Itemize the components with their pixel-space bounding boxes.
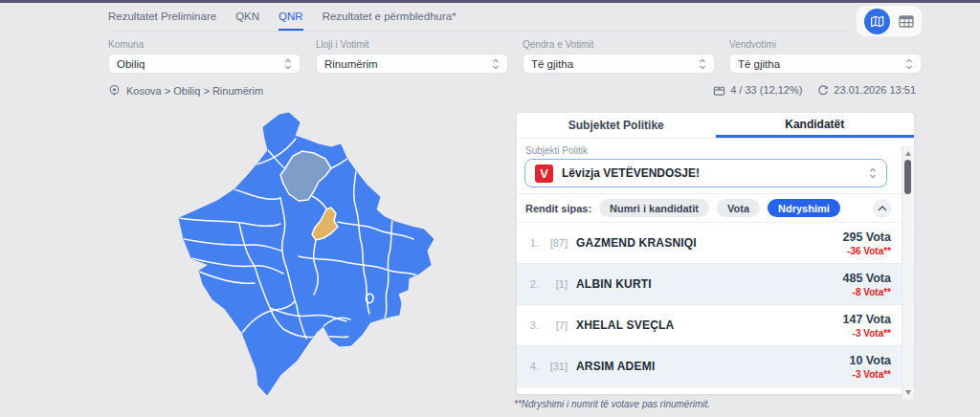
table-view-button[interactable]	[899, 15, 914, 28]
map-icon	[870, 15, 884, 28]
sort-option-numri[interactable]: Numri i kandidatit	[599, 199, 709, 217]
candidate-vote-change: -36 Vota**	[843, 246, 892, 256]
candidate-vote-change: -8 Vota**	[843, 287, 892, 297]
candidate-list: 1. [87] GAZMEND KRASNIQI 295 Vota -36 Vo…	[517, 222, 914, 387]
candidate-number: [7]	[542, 319, 568, 331]
candidate-number: [31]	[542, 361, 568, 372]
tab-rezultatet-preliminare[interactable]: Rezultatet Preliminare	[108, 11, 216, 31]
breadcrumb-text: Kosova > Obiliq > Rinumërim	[126, 85, 263, 97]
view-toggles	[857, 6, 922, 36]
filter-lloji-votimit: Lloji i Votimit Rinumërim	[316, 39, 508, 74]
filter-vendvotimi-label: Vendvotimi	[729, 39, 922, 50]
updated-value: 23.01.2026 13:51	[834, 84, 916, 96]
sort-option-ndryshimi[interactable]: Ndryshimi	[768, 199, 840, 217]
map-view-button[interactable]	[864, 9, 890, 34]
subject-label: Subjekti Politik	[525, 145, 914, 156]
counted-value: 4 / 33 (12,12%)	[730, 84, 802, 96]
tab-kandidatet[interactable]: Kandidatët	[716, 113, 915, 138]
candidate-name: ALBIN KURTI	[576, 277, 652, 291]
filter-komuna: Komuna Obiliq	[108, 39, 301, 74]
candidate-number: [87]	[542, 237, 568, 249]
filter-lloji-select[interactable]: Rinumërim	[316, 54, 508, 74]
filter-qendra-label: Qendra e Votimit	[523, 39, 715, 50]
filter-komuna-select[interactable]: Obiliq	[108, 54, 301, 74]
footnote: **Ndryshimi i numrit të votave pas rinum…	[514, 399, 710, 409]
panel-tabs: Subjektet Politike Kandidatët	[517, 113, 914, 139]
updown-chevron-icon	[869, 166, 877, 180]
filter-komuna-label: Komuna	[108, 39, 301, 50]
panel-scrollbar[interactable]	[902, 146, 913, 400]
party-logo: V	[535, 165, 553, 183]
candidate-row[interactable]: 3. [7] XHELAL SVEÇLA 147 Vota -3 Vota**	[517, 305, 914, 346]
kosovo-map[interactable]	[144, 105, 517, 417]
candidate-name: ARSIM ADEMI	[576, 360, 655, 373]
candidate-vote-change: -3 Vota**	[849, 369, 891, 380]
updown-chevron-icon	[284, 57, 292, 71]
filter-lloji-value: Rinumërim	[324, 58, 378, 70]
candidate-name: XHELAL SVEÇLA	[576, 318, 674, 332]
tab-qnr[interactable]: QNR	[278, 11, 303, 31]
candidate-name: GAZMEND KRASNIQI	[576, 236, 697, 250]
updown-chevron-icon	[905, 57, 913, 71]
filter-lloji-label: Lloji i Votimit	[316, 39, 508, 50]
table-icon	[899, 15, 914, 28]
candidate-votes: 147 Vota	[843, 313, 892, 326]
candidate-votes: 485 Vota	[843, 272, 892, 285]
updown-chevron-icon	[492, 57, 500, 71]
filter-qendra-select[interactable]: Të gjitha	[523, 54, 715, 74]
tab-subjektet-politike[interactable]: Subjektet Politike	[517, 113, 716, 138]
filter-vendvotimi: Vendvotimi Të gjitha	[729, 39, 922, 74]
candidate-rank: 3.	[525, 319, 539, 331]
candidate-votes: 10 Vota	[849, 354, 891, 367]
sort-label: Rendit sipas:	[525, 203, 591, 214]
main-tabbar: Rezultatet Preliminare QKN QNR Rezultate…	[108, 11, 851, 32]
candidate-rank: 1.	[525, 237, 539, 249]
breadcrumb: Kosova > Obiliq > Rinumërim	[108, 84, 263, 97]
ballot-box-icon	[713, 84, 725, 96]
results-panel: Subjektet Politike Kandidatët Subjekti P…	[517, 113, 914, 394]
scroll-down-arrow-icon[interactable]	[905, 390, 911, 395]
scroll-up-arrow-icon[interactable]	[905, 151, 911, 156]
candidate-votes: 295 Vota	[843, 230, 892, 244]
sort-row: Rendit sipas: Numri i kandidatit Vota Nd…	[517, 193, 914, 222]
refresh-icon[interactable]	[817, 84, 829, 96]
tab-rezultatet-e-permbledhura[interactable]: Rezultatet e përmbledhura*	[323, 11, 457, 31]
subject-select[interactable]: V Lëvizja VETËVENDOSJE!	[524, 159, 887, 187]
subject-value: Lëvizja VETËVENDOSJE!	[562, 166, 700, 180]
candidate-vote-change: -3 Vota**	[843, 328, 892, 339]
tab-qkn[interactable]: QKN	[235, 11, 259, 31]
status-stats: 4 / 33 (12,12%) 23.01.2026 13:51	[713, 84, 916, 96]
updated-stat: 23.01.2026 13:51	[817, 84, 916, 96]
updown-chevron-icon	[699, 57, 706, 71]
candidate-row[interactable]: 4. [31] ARSIM ADEMI 10 Vota -3 Vota**	[517, 346, 914, 387]
scrollbar-thumb[interactable]	[904, 160, 911, 194]
filter-komuna-value: Obiliq	[117, 58, 145, 70]
filter-vendvotimi-select[interactable]: Të gjitha	[729, 54, 922, 74]
collapse-button[interactable]	[873, 199, 892, 218]
candidate-rank: 2.	[525, 278, 539, 290]
counted-stat: 4 / 33 (12,12%)	[713, 84, 802, 96]
candidate-row[interactable]: 2. [1] ALBIN KURTI 485 Vota -8 Vota**	[517, 264, 914, 305]
sort-option-vota[interactable]: Vota	[717, 199, 760, 217]
location-pin-icon	[108, 84, 121, 97]
filter-qendra-votimit: Qendra e Votimit Të gjitha	[523, 39, 715, 74]
candidate-number: [1]	[542, 278, 568, 290]
filter-vendvotimi-value: Të gjitha	[738, 58, 780, 70]
panel-body: Subjekti Politik V Lëvizja VETËVENDOSJE!…	[517, 145, 914, 401]
window-top-strip	[0, 0, 980, 3]
candidate-rank: 4.	[525, 361, 539, 372]
candidate-row[interactable]: 1. [87] GAZMEND KRASNIQI 295 Vota -36 Vo…	[517, 223, 914, 264]
chevron-up-icon	[878, 206, 887, 211]
filter-qendra-value: Të gjitha	[531, 58, 573, 70]
